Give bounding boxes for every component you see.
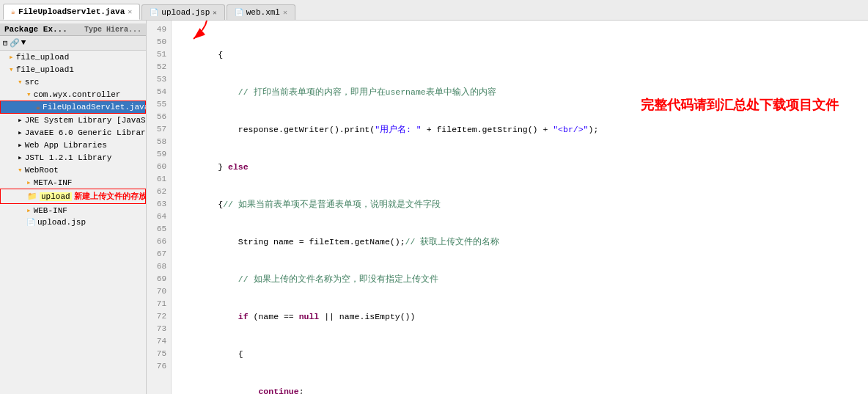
tab-label-webxml: web.xml [246,8,280,17]
tree-label: JavaEE 6.0 Generic Library [25,128,147,137]
lib-icon: ▸ [18,128,23,137]
code-container: 4950515253 5455565758 5960616263 6465666… [147,21,868,394]
tree-item-upload[interactable]: 📁 upload 新建上传文件的存放目录 [0,189,146,204]
tree-label-upload: upload [40,192,72,201]
folder-expand-icon: ▾ [18,77,23,87]
code-line-57: { [177,348,862,360]
tree-item-file-upload[interactable]: ▸ file_upload [0,51,146,63]
modified-indicator: ✕ [213,9,216,17]
folder-icon: 📁 [27,191,37,201]
tree-label: WebRoot [25,166,59,175]
folder-expand-icon: ▾ [9,65,14,74]
tree-item-webinf[interactable]: ▸ WEB-INF [0,204,146,216]
folder-icon: ▸ [26,205,32,215]
tree-item-package[interactable]: ▾ com.wyx.controller [0,88,146,101]
code-line-49: { [177,48,862,61]
tree-item-webapp-libs[interactable]: ▸ Web App Libraries [0,139,146,151]
link-icon[interactable]: 🔗 [10,38,20,48]
sidebar-header: Package Ex... Type Hiera... [0,23,146,36]
lib-icon: ▸ [18,140,23,150]
menu-icon[interactable]: ▼ [21,38,26,48]
tree-item-src[interactable]: ▾ src [0,76,146,88]
code-line-53: {// 如果当前表单项不是普通表单项，说明就是文件字段 [177,198,862,211]
tree-label: WEB-INF [34,206,67,215]
upload-annotation: 新建上传文件的存放目录 [74,191,147,202]
code-line-58: continue; [177,385,862,394]
lib-icon: ▸ [18,153,23,162]
tree-label: JRE System Library [JavaSE-1.6] [25,116,147,125]
tab-bar: ☕ FileUploadServlet.java ✕ 📄 upload.jsp … [0,0,868,21]
collapse-all-icon[interactable]: ⊟ [3,38,8,48]
tab-label-uploadjsp: upload.jsp [161,8,210,17]
close-icon-webxml[interactable]: ✕ [283,8,287,17]
tree-item-uploadjsp[interactable]: 📄 upload.jsp [0,216,146,228]
code-line-51: response.getWriter().print("用户名: " + fil… [177,123,862,136]
tab-label-fileuploadservlet: FileUploadServlet.java [18,7,125,16]
tree-item-jstl[interactable]: ▸ JSTL 1.2.1 Library [0,151,146,164]
package-icon: ▾ [26,90,32,99]
main-area: Package Ex... Type Hiera... ⊟ 🔗 ▼ ▸ file… [0,21,868,394]
tree-label: META-INF [34,178,73,187]
java-icon: ☕ [36,103,40,112]
tree-item-fileuploadservlet[interactable]: ☕ FileUploadServlet.java [0,101,146,114]
jsp-file-icon: 📄 [150,8,158,17]
close-icon[interactable]: ✕ [128,7,132,16]
tab-webxml[interactable]: 📄 web.xml ✕ [227,4,295,20]
folder-icon: ▸ [9,52,14,62]
code-line-55: // 如果上传的文件名称为空，即没有指定上传文件 [177,273,862,285]
tree-item-metainf[interactable]: ▸ META-INF [0,176,146,189]
code-line-56: if (name == null || name.isEmpty()) [177,310,862,323]
java-file-icon: ☕ [11,7,15,16]
jsp-icon: 📄 [26,218,35,227]
code-editor: 4950515253 5455565758 5960616263 6465666… [147,21,868,394]
tree-label: JSTL 1.2.1 Library [25,153,112,162]
tree-item-jre[interactable]: ▸ JRE System Library [JavaSE-1.6] [0,114,146,126]
sidebar: Package Ex... Type Hiera... ⊟ 🔗 ▼ ▸ file… [0,21,147,394]
line-numbers: 4950515253 5455565758 5960616263 6465666… [147,21,172,394]
tab-fileuploadservlet[interactable]: ☕ FileUploadServlet.java ✕ [3,4,140,20]
xml-file-icon: 📄 [235,8,243,17]
tree-label: upload.jsp [37,218,86,227]
tree-item-file-upload1[interactable]: ▾ file_upload1 [0,63,146,76]
tree-label: src [25,78,40,87]
tree-label: file_upload [16,53,70,62]
tree-label: file_upload1 [16,65,74,74]
tab-uploadjsp[interactable]: 📄 upload.jsp ✕ [141,4,224,20]
folder-icon: ▸ [26,178,32,187]
tree-label: com.wyx.controller [34,90,121,99]
tree-item-javaee[interactable]: ▸ JavaEE 6.0 Generic Library [0,126,146,139]
lib-icon: ▸ [18,115,23,125]
type-hierarchy-label: Type Hiera... [84,26,141,34]
code-line-52: } else [177,161,862,173]
tree-item-webroot[interactable]: ▾ WebRoot [0,164,146,176]
annotation-text: 完整代码请到汇总处下载项目文件 [641,100,839,112]
package-explorer-label: Package Ex... [4,25,67,34]
tree-label: Web App Libraries [25,141,107,150]
sidebar-toolbar: ⊟ 🔗 ▼ [0,36,146,51]
code-line-54: String name = fileItem.getName();// 获取上传… [177,236,862,248]
tree-label: FileUploadServlet.java [43,103,147,112]
code-content[interactable]: { // 打印当前表单项的内容，即用户在username表单中输入的内容 res… [172,21,868,394]
code-line-50: // 打印当前表单项的内容，即用户在username表单中输入的内容 [177,86,862,98]
folder-expand-icon: ▾ [18,165,23,175]
